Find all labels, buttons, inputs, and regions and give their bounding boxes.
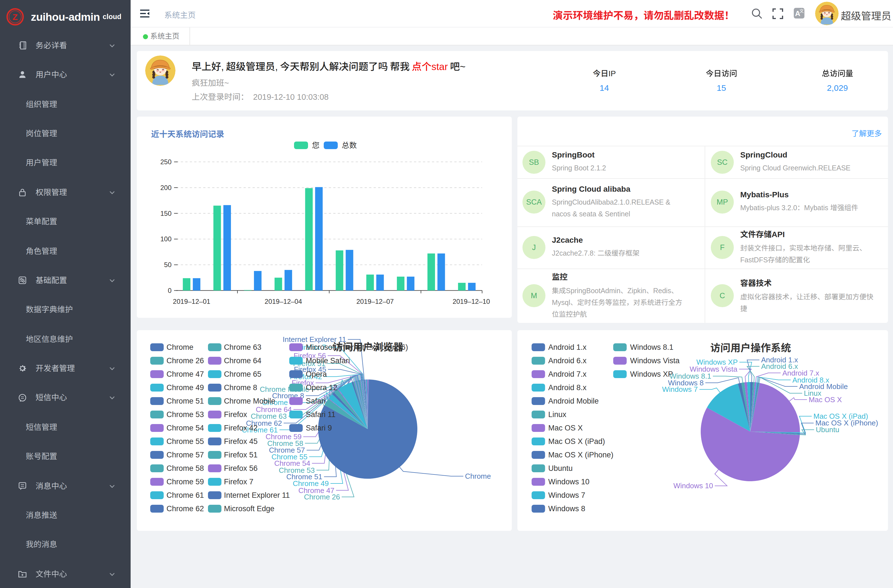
svg-text:Firefox 56: Firefox 56 — [224, 464, 257, 472]
svg-text:Mobile Safari: Mobile Safari — [305, 356, 350, 365]
svg-text:Windows 8.1: Windows 8.1 — [630, 343, 674, 351]
svg-text:文: 文 — [799, 9, 804, 14]
svg-text:Windows Vista: Windows Vista — [630, 356, 680, 365]
svg-text:Mac OS X (iPhone): Mac OS X (iPhone) — [548, 450, 613, 459]
svg-text:Z: Z — [13, 12, 18, 22]
svg-text:Android 7.x: Android 7.x — [548, 370, 587, 378]
svg-text:总数: 总数 — [341, 141, 356, 149]
svg-text:近十天系统访问记录: 近十天系统访问记录 — [151, 129, 224, 138]
svg-text:Chrome 63: Chrome 63 — [224, 343, 261, 351]
svg-text:Windows 10: Windows 10 — [673, 481, 713, 490]
svg-text:Firefox: Firefox — [224, 410, 247, 418]
svg-text:Safari 9: Safari 9 — [305, 424, 332, 432]
svg-text:250: 250 — [160, 158, 171, 165]
svg-text:50: 50 — [164, 261, 171, 268]
svg-text:Chrome 55: Chrome 55 — [166, 437, 204, 445]
svg-text:Android 8.x: Android 8.x — [548, 383, 587, 391]
svg-text:Mac OS X (iPad): Mac OS X (iPad) — [548, 437, 605, 445]
svg-text:Firefox 7: Firefox 7 — [224, 477, 253, 486]
svg-text:Internet Explorer 11: Internet Explorer 11 — [224, 491, 290, 499]
svg-text:100: 100 — [160, 235, 171, 242]
svg-text:0: 0 — [168, 286, 171, 294]
svg-text:Chrome 58: Chrome 58 — [166, 464, 204, 472]
svg-text:Firefox 51: Firefox 51 — [224, 450, 257, 459]
svg-text:Chrome: Chrome — [166, 343, 193, 351]
svg-text:Chrome 65: Chrome 65 — [224, 370, 261, 378]
svg-text:Chrome Mobile: Chrome Mobile — [224, 397, 275, 405]
svg-text:150: 150 — [160, 209, 171, 217]
svg-text:Chrome 26: Chrome 26 — [166, 356, 204, 365]
svg-text:Ubuntu: Ubuntu — [548, 464, 573, 472]
svg-text:Android 6.x: Android 6.x — [548, 356, 587, 365]
svg-text:Chrome: Chrome — [465, 472, 490, 480]
svg-text:200: 200 — [160, 183, 171, 191]
svg-text:Windows XP: Windows XP — [630, 370, 673, 378]
svg-text:2019–12–04: 2019–12–04 — [264, 297, 302, 305]
svg-text:Chrome 59: Chrome 59 — [166, 477, 204, 486]
svg-text:Mac OS X: Mac OS X — [548, 424, 583, 432]
svg-text:Chrome 64: Chrome 64 — [224, 356, 261, 365]
svg-text:Chrome 47: Chrome 47 — [166, 370, 204, 378]
svg-text:Windows 7: Windows 7 — [662, 385, 698, 393]
svg-text:Mac OS X: Mac OS X — [809, 395, 842, 404]
svg-text:Chrome 62: Chrome 62 — [166, 504, 204, 513]
svg-text:Windows 8: Windows 8 — [548, 504, 585, 513]
svg-text:Opera 12: Opera 12 — [305, 383, 337, 391]
svg-text:Chrome 8: Chrome 8 — [224, 383, 257, 391]
svg-text:Chrome 53: Chrome 53 — [166, 410, 204, 418]
svg-text:Android Mobile: Android Mobile — [548, 397, 599, 405]
svg-text:2019–12–01: 2019–12–01 — [173, 297, 210, 305]
svg-text:访问用户浏览器: 访问用户浏览器 — [332, 341, 403, 353]
svg-text:2019–12–10: 2019–12–10 — [453, 297, 490, 305]
svg-text:Chrome 51: Chrome 51 — [166, 397, 204, 405]
svg-text:Windows 10: Windows 10 — [548, 477, 589, 486]
svg-text:Firefox 45: Firefox 45 — [224, 437, 257, 445]
svg-text:您: 您 — [312, 141, 319, 149]
svg-text:2019–12–07: 2019–12–07 — [356, 297, 393, 305]
svg-text:Chrome 49: Chrome 49 — [166, 383, 204, 391]
svg-text:Opera: Opera — [305, 370, 327, 378]
svg-text:Safari: Safari — [305, 397, 325, 405]
svg-text:Firefox 42: Firefox 42 — [224, 424, 257, 432]
svg-text:Chrome 54: Chrome 54 — [166, 424, 204, 432]
svg-text:Windows 7: Windows 7 — [548, 491, 585, 499]
svg-text:访问用户操作系统: 访问用户操作系统 — [710, 342, 791, 353]
svg-text:Linux: Linux — [548, 410, 567, 418]
svg-text:Chrome 57: Chrome 57 — [166, 450, 204, 459]
svg-text:Ubuntu: Ubuntu — [816, 425, 839, 433]
svg-text:Chrome 61: Chrome 61 — [166, 491, 204, 499]
svg-text:Microsoft Edge: Microsoft Edge — [224, 504, 274, 513]
svg-text:Safari 11: Safari 11 — [305, 410, 335, 418]
svg-text:Android 1.x: Android 1.x — [548, 343, 587, 351]
